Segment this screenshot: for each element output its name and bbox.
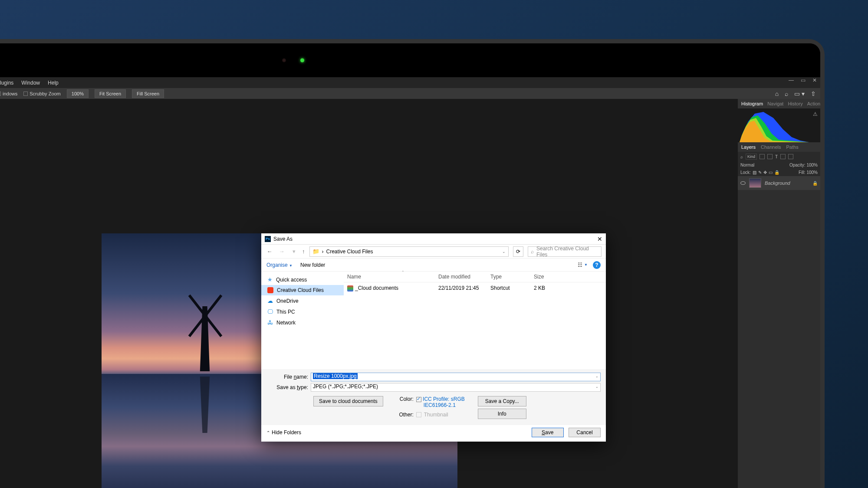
filter-kind-label: ⌕	[740, 154, 743, 159]
help-icon[interactable]: ?	[593, 261, 601, 269]
folder-icon: 📁	[312, 248, 319, 255]
options-bar: indows Scrubby Zoom 100% Fit Screen Fill…	[0, 88, 820, 99]
opacity-value[interactable]: 100%	[806, 163, 818, 167]
lock-image-icon[interactable]: ✎	[758, 170, 762, 175]
histogram-display: ⚠	[738, 108, 820, 142]
search-input[interactable]: ⌕ Search Creative Cloud Files	[528, 246, 602, 257]
col-date[interactable]: Date modified	[435, 272, 487, 282]
tab-history[interactable]: History	[788, 101, 802, 106]
arrange-icon[interactable]: ▭ ▾	[794, 90, 805, 97]
filter-shape-icon[interactable]	[780, 154, 786, 159]
layers-panel-tabs: Layers Channels Paths	[738, 142, 820, 152]
camera-led-icon	[300, 59, 304, 62]
breadcrumb-current[interactable]: Creative Cloud Files	[326, 249, 373, 255]
sidebar-this-pc[interactable]: 🖵This PC	[261, 306, 344, 317]
layer-background[interactable]: Background 🔒	[738, 176, 820, 190]
lock-label: Lock:	[740, 170, 751, 175]
home-icon[interactable]: ⌂	[775, 90, 779, 97]
nav-recent-icon[interactable]: ▾	[290, 248, 298, 255]
monitor-icon: 🖵	[267, 308, 273, 315]
row-name: _Cloud documents	[355, 285, 398, 291]
tab-histogram[interactable]: Histogram	[741, 101, 763, 106]
breadcrumb-sep: ›	[322, 249, 324, 255]
footer-bottom: ⌃Hide Folders Save Cancel	[261, 425, 606, 442]
menu-help[interactable]: Help	[48, 80, 59, 86]
saveastype-dropdown[interactable]: JPEG (*.JPG;*.JPEG;*.JPE)⌄	[311, 383, 601, 392]
save-to-cloud-button[interactable]: Save to cloud documents	[313, 396, 383, 406]
filter-pixel-icon[interactable]	[760, 154, 765, 159]
histogram-warning-icon[interactable]: ⚠	[813, 111, 818, 117]
nav-back-icon[interactable]: ←	[266, 248, 273, 255]
save-copy-button[interactable]: Save a Copy...	[478, 396, 526, 406]
star-icon: ★	[267, 276, 273, 283]
sidebar-creative-cloud[interactable]: Creative Cloud Files	[261, 285, 344, 295]
dialog-close-icon[interactable]: ✕	[597, 236, 602, 242]
filter-type-icon[interactable]: T	[775, 154, 778, 159]
resize-windows-checkbox[interactable]: indows	[0, 91, 17, 96]
view-mode-dropdown[interactable]: ☷ ▼	[578, 262, 588, 268]
tab-layers[interactable]: Layers	[741, 144, 756, 150]
hide-folders-toggle[interactable]: ⌃Hide Folders	[266, 429, 301, 436]
menu-plugins[interactable]: Plugins	[0, 80, 13, 86]
filename-input[interactable]: Resize 1000px.jpg⌄	[311, 373, 601, 381]
minimize-icon[interactable]: —	[789, 77, 794, 83]
col-type[interactable]: Type	[487, 272, 530, 282]
chevron-down-icon[interactable]: ⌄	[595, 374, 598, 378]
zoom-100-button[interactable]: 100%	[67, 89, 89, 98]
icc-profile-link[interactable]: ICC Profile: sRGB	[423, 396, 465, 402]
sidebar-network[interactable]: 🖧Network	[261, 317, 344, 328]
chevron-down-icon[interactable]: ⌄	[595, 385, 598, 389]
col-size[interactable]: Size	[530, 272, 556, 282]
row-type: Shortcut	[487, 284, 530, 293]
scrubby-zoom-checkbox[interactable]: Scrubby Zoom	[23, 91, 61, 96]
filter-kind-dropdown[interactable]: Kind	[746, 154, 757, 160]
blend-mode-dropdown[interactable]: Normal	[740, 163, 754, 167]
visibility-icon[interactable]	[740, 181, 746, 185]
close-icon[interactable]: ✕	[812, 77, 817, 83]
layers-filter-bar: ⌕ Kind T	[738, 152, 820, 161]
tab-navigator[interactable]: Navigat	[767, 101, 783, 106]
menu-window[interactable]: Window	[21, 80, 40, 86]
network-icon: 🖧	[267, 319, 273, 326]
filter-smart-icon[interactable]	[788, 154, 793, 159]
fill-screen-button[interactable]: Fill Screen	[132, 89, 164, 98]
search-placeholder: Search Creative Cloud Files	[536, 246, 598, 258]
lock-artboard-icon[interactable]: ▭	[769, 170, 773, 175]
lock-transparency-icon[interactable]: ▨	[753, 170, 756, 175]
maximize-icon[interactable]: ▭	[801, 77, 806, 83]
icc-checkbox[interactable]	[416, 397, 421, 402]
cancel-button[interactable]: Cancel	[569, 428, 601, 437]
fill-value[interactable]: 100%	[806, 170, 818, 175]
refresh-icon[interactable]: ⟳	[513, 246, 523, 257]
lock-all-icon[interactable]: 🔒	[774, 170, 779, 175]
layer-thumbnail	[749, 178, 761, 188]
right-panel-dock: Histogram Navigat History Actions ⚠ Laye	[738, 99, 820, 488]
sidebar-quick-access[interactable]: ★Quick access	[261, 274, 344, 285]
photoshop-app: Plugins Window Help — ▭ ✕ indows Scrubby…	[0, 77, 820, 488]
list-item[interactable]: _Cloud documents 22/11/2019 21:45 Shortc…	[344, 282, 606, 294]
dialog-title: Save As	[273, 236, 293, 242]
thumbnail-label: Thumbnail	[424, 412, 448, 418]
tab-channels[interactable]: Channels	[761, 144, 781, 150]
breadcrumb[interactable]: 📁 › Creative Cloud Files ⌄	[309, 246, 509, 257]
laptop-frame: Plugins Window Help — ▭ ✕ indows Scrubby…	[0, 39, 825, 488]
lock-position-icon[interactable]: ✥	[763, 170, 767, 175]
share-icon[interactable]: ⇧	[811, 90, 816, 97]
filter-adjust-icon[interactable]	[767, 154, 773, 159]
save-button[interactable]: Save	[532, 428, 564, 437]
sidebar-onedrive[interactable]: ☁OneDrive	[261, 295, 344, 306]
organise-button[interactable]: Organise ▼	[266, 262, 293, 268]
tab-actions[interactable]: Actions	[807, 101, 820, 106]
search-icon[interactable]: ⌕	[785, 90, 788, 97]
breadcrumb-dropdown-icon[interactable]: ⌄	[502, 249, 506, 254]
tab-paths[interactable]: Paths	[786, 144, 799, 150]
saveastype-label: Save as type:	[266, 384, 311, 390]
layer-lock-icon[interactable]: 🔒	[812, 181, 818, 186]
thumbnail-checkbox	[416, 412, 421, 417]
new-folder-button[interactable]: New folder	[300, 262, 325, 268]
fit-screen-button[interactable]: Fit Screen	[95, 89, 126, 98]
col-name[interactable]: Name⌃	[344, 272, 435, 282]
info-button[interactable]: Info	[478, 409, 526, 419]
nav-up-icon[interactable]: ↑	[302, 248, 305, 255]
row-size: 2 KB	[530, 284, 556, 293]
